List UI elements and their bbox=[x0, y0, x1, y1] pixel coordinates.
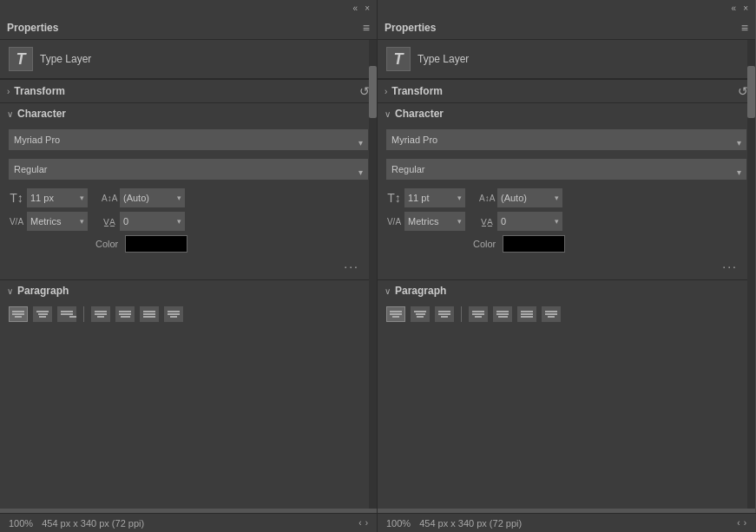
scrollbar-left[interactable] bbox=[369, 40, 377, 509]
color-swatch-right[interactable] bbox=[503, 235, 565, 253]
character-chevron-left: ∨ bbox=[7, 109, 13, 119]
color-label-left: Color bbox=[95, 239, 118, 249]
paragraph-content-right bbox=[378, 301, 755, 327]
kerning-group-right: V̲A̲ 0 bbox=[479, 212, 562, 231]
para-align-left-right[interactable] bbox=[386, 306, 405, 322]
panel-menu-icon-left[interactable]: ≡ bbox=[363, 21, 370, 35]
leading-icon-right: A↕A bbox=[479, 194, 495, 203]
collapse-icon-left[interactable]: « bbox=[353, 3, 358, 13]
font-family-select-left[interactable]: Myriad Pro bbox=[9, 129, 368, 150]
para-align-center-right[interactable] bbox=[411, 306, 430, 322]
tracking-select-right[interactable]: Metrics bbox=[404, 212, 465, 231]
scrollbar-thumb-right[interactable] bbox=[747, 66, 755, 118]
para-align-left-left[interactable] bbox=[9, 306, 28, 322]
transform-chevron-left: › bbox=[7, 87, 10, 96]
kerning-select-left[interactable]: 0 bbox=[120, 212, 185, 231]
transform-chevron-right: › bbox=[385, 87, 387, 96]
leading-icon-left: A↕A bbox=[102, 194, 117, 203]
kerning-select-right[interactable]: 0 bbox=[497, 212, 562, 231]
panel-header-right: Properties ≡ bbox=[378, 16, 755, 40]
para-divider-1-left bbox=[83, 306, 84, 322]
panel-title-left: Properties bbox=[7, 22, 58, 34]
character-content-right: Myriad Pro Regular T↕ 11 pt bbox=[378, 124, 755, 279]
panel-title-right: Properties bbox=[385, 22, 436, 34]
para-justify-left-right[interactable] bbox=[469, 306, 488, 322]
kerning-icon-left: V̲A̲ bbox=[102, 217, 117, 227]
font-style-wrapper-right: Regular bbox=[386, 159, 746, 184]
font-size-group-right: T↕ 11 pt bbox=[386, 188, 465, 207]
collapse-icon-right[interactable]: « bbox=[732, 3, 737, 13]
paragraph-section-header-left[interactable]: ∨ Paragraph bbox=[0, 279, 377, 301]
tracking-row-right: V/A Metrics V̲A̲ 0 bbox=[386, 212, 746, 231]
para-align-right-right[interactable] bbox=[435, 306, 454, 322]
panel-scroll-area-left: T Type Layer › Transform ↺ ∨ Character M… bbox=[0, 40, 377, 509]
nav-next-left[interactable]: › bbox=[365, 518, 368, 528]
font-size-row-left: T↕ 11 px A↕A (Auto) bbox=[9, 188, 368, 207]
para-align-center-left[interactable] bbox=[33, 306, 52, 322]
nav-prev-left[interactable]: ‹ bbox=[358, 518, 361, 528]
more-options-right[interactable]: ... bbox=[386, 257, 746, 271]
para-divider-1-right bbox=[461, 306, 462, 322]
status-nav-left: ‹ › bbox=[358, 518, 368, 528]
leading-dropdown-wrapper-left: (Auto) bbox=[120, 188, 185, 207]
leading-group-right: A↕A (Auto) bbox=[479, 188, 562, 207]
kerning-dropdown-wrapper-right: 0 bbox=[497, 212, 562, 231]
paragraph-title-left: Paragraph bbox=[17, 285, 370, 297]
para-justify-center-left[interactable] bbox=[115, 306, 135, 322]
character-title-left: Character bbox=[17, 108, 370, 120]
para-align-right-left[interactable] bbox=[57, 306, 76, 322]
para-justify-all-left[interactable] bbox=[164, 306, 183, 322]
font-size-dropdown-wrapper-left: 11 px bbox=[27, 188, 88, 207]
font-size-select-left[interactable]: 11 px bbox=[27, 188, 88, 207]
panel-header-left: Properties ≡ bbox=[0, 16, 377, 40]
paragraph-section-header-right[interactable]: ∨ Paragraph bbox=[378, 279, 755, 301]
tracking-group-left: V/A Metrics bbox=[9, 212, 88, 231]
close-icon-right[interactable]: × bbox=[743, 3, 748, 13]
character-section-header-left[interactable]: ∨ Character bbox=[0, 102, 377, 124]
font-style-select-right[interactable]: Regular bbox=[386, 159, 746, 180]
status-bar: 100% 454 px x 340 px (72 ppi) ‹ › 100% 4… bbox=[0, 513, 756, 532]
kerning-group-left: V̲A̲ 0 bbox=[102, 212, 185, 231]
canvas-size-right: 454 px x 340 px (72 ppi) bbox=[419, 518, 522, 529]
resize-handle-right[interactable] bbox=[378, 509, 755, 513]
tracking-icon-left: V/A bbox=[9, 217, 24, 227]
tracking-row-left: V/A Metrics V̲A̲ 0 bbox=[9, 212, 368, 231]
font-family-wrapper-left: Myriad Pro bbox=[9, 129, 368, 154]
tracking-select-left[interactable]: Metrics bbox=[27, 212, 88, 231]
para-icons-row-left bbox=[9, 306, 368, 322]
transform-section-left[interactable]: › Transform ↺ bbox=[0, 79, 377, 102]
color-swatch-left[interactable] bbox=[125, 235, 187, 253]
character-section-header-right[interactable]: ∨ Character bbox=[378, 102, 755, 124]
nav-next-right[interactable]: › bbox=[744, 518, 746, 528]
font-style-select-left[interactable]: Regular bbox=[9, 159, 368, 180]
leading-select-right[interactable]: (Auto) bbox=[497, 188, 562, 207]
nav-prev-right[interactable]: ‹ bbox=[737, 518, 740, 528]
tracking-group-right: V/A Metrics bbox=[386, 212, 465, 231]
leading-select-left[interactable]: (Auto) bbox=[120, 188, 185, 207]
para-justify-right-left[interactable] bbox=[140, 306, 159, 322]
panel-scroll-area-right: T Type Layer › Transform ↺ ∨ Character M… bbox=[378, 40, 755, 509]
paragraph-content-left bbox=[0, 301, 377, 327]
scrollbar-right[interactable] bbox=[747, 40, 755, 509]
tracking-icon-right: V/A bbox=[386, 217, 402, 227]
font-size-icon-left: T↕ bbox=[9, 191, 24, 205]
more-options-left[interactable]: ... bbox=[9, 257, 368, 271]
character-content-left: Myriad Pro Regular T↕ 11 px bbox=[0, 124, 377, 279]
type-layer-row-left: T Type Layer bbox=[0, 40, 377, 79]
para-justify-all-right[interactable] bbox=[542, 306, 561, 322]
scrollbar-thumb-left[interactable] bbox=[369, 66, 377, 118]
kerning-dropdown-wrapper-left: 0 bbox=[120, 212, 185, 231]
zoom-level-right: 100% bbox=[386, 518, 411, 529]
resize-handle-left[interactable] bbox=[0, 509, 377, 513]
font-size-select-right[interactable]: 11 pt bbox=[404, 188, 465, 207]
panel-menu-icon-right[interactable]: ≡ bbox=[741, 21, 748, 35]
para-justify-left-left[interactable] bbox=[91, 306, 110, 322]
close-icon-left[interactable]: × bbox=[365, 3, 370, 13]
para-justify-right-right[interactable] bbox=[517, 306, 536, 322]
status-nav-right: ‹ › bbox=[737, 518, 746, 528]
para-justify-center-right[interactable] bbox=[493, 306, 512, 322]
panel-top-bar-left: « × bbox=[0, 0, 377, 16]
font-family-select-right[interactable]: Myriad Pro bbox=[386, 129, 746, 150]
panel-left: « × Properties ≡ T Type Layer › Transfor… bbox=[0, 0, 378, 513]
transform-section-right[interactable]: › Transform ↺ bbox=[378, 79, 755, 102]
